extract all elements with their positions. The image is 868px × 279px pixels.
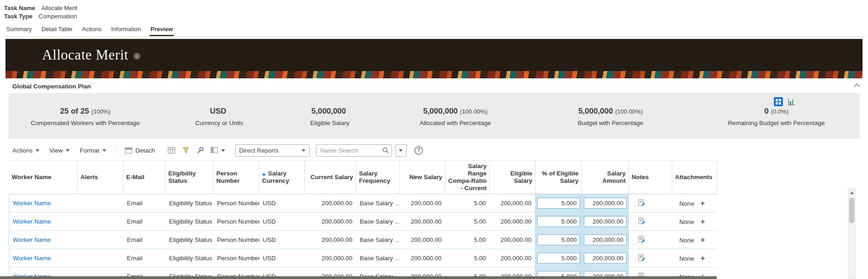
- collapse-chevron-icon[interactable]: [854, 83, 860, 89]
- vertical-scrollbar[interactable]: [848, 188, 856, 279]
- detach-icon: [125, 148, 132, 153]
- search-icon[interactable]: [382, 147, 389, 155]
- table-row[interactable]: Worker Name Email Eligibility Status Per…: [9, 213, 717, 231]
- stat-value: 25 of 25: [60, 107, 89, 115]
- info-icon[interactable]: i: [134, 53, 140, 60]
- worker-name-link[interactable]: Worker Name: [13, 200, 51, 207]
- salary-currency-cell: USD: [259, 213, 305, 231]
- pct-of-eligible-input[interactable]: [537, 197, 580, 209]
- stat-value: 0: [764, 107, 768, 115]
- salary-amount-input[interactable]: [584, 216, 627, 227]
- toolbar-divider: [116, 146, 117, 154]
- worker-name-link[interactable]: Worker Name: [13, 218, 51, 225]
- export-icon[interactable]: [168, 147, 176, 154]
- table-row[interactable]: Worker Name Email Eligibility Status Per…: [9, 194, 717, 213]
- tab-detail-table[interactable]: Detail Table: [41, 24, 74, 36]
- column-header-current-salary[interactable]: Current Salary: [305, 161, 356, 194]
- column-header-worker-name[interactable]: Worker Name: [9, 161, 78, 194]
- salary-frequency-cell: Base Salary …: [356, 249, 400, 268]
- new-salary-cell: 200,000.00: [400, 213, 445, 231]
- column-header-salary-currency[interactable]: Salary Currency: [259, 161, 305, 194]
- horizontal-scrollbar-thumb[interactable]: [0, 276, 717, 279]
- add-attachment-icon[interactable]: +: [701, 235, 705, 244]
- actions-menu[interactable]: Actions: [12, 147, 39, 154]
- attachments-value: None: [680, 237, 694, 244]
- column-header-attachments[interactable]: Attachments: [672, 161, 717, 194]
- sort-ascending-icon[interactable]: [262, 173, 266, 175]
- filter-icon[interactable]: [182, 147, 190, 154]
- population-filter-value: Direct Reports: [239, 147, 279, 154]
- detach-button[interactable]: Detach: [125, 147, 155, 154]
- column-header-salary-amount[interactable]: Salary Amount: [582, 161, 629, 194]
- tab-information[interactable]: Information: [110, 24, 142, 36]
- eligible-salary-cell: 200,000.00: [490, 231, 536, 249]
- notes-cell: [629, 249, 672, 268]
- stat-value: USD: [210, 107, 226, 115]
- column-header-email[interactable]: E-Mail: [123, 161, 166, 194]
- stat-label: Remaining Budget with Percentage: [693, 120, 859, 126]
- toolbar-icon-group: [168, 147, 225, 154]
- stat-allocated: 5,000,000(100.00%) Allocated with Percen…: [383, 107, 527, 139]
- salary-amount-input[interactable]: [584, 234, 627, 246]
- freeze-columns-button[interactable]: [211, 147, 225, 153]
- scroll-up-button[interactable]: [848, 189, 855, 197]
- notes-icon[interactable]: [638, 199, 645, 206]
- tab-actions[interactable]: Actions: [81, 24, 102, 36]
- saved-search-dropdown-button[interactable]: [395, 144, 407, 157]
- column-header-compa-ratio[interactable]: Salary Range Compa-Ratio - Current: [445, 161, 490, 194]
- search-input[interactable]: [316, 144, 392, 157]
- tab-preview[interactable]: Preview: [150, 24, 174, 36]
- column-header-new-salary[interactable]: New Salary: [400, 161, 445, 194]
- stat-label: Allocated with Percentage: [383, 120, 527, 126]
- column-header-salary-frequency[interactable]: Salary Frequency: [356, 161, 400, 194]
- worker-name-link[interactable]: Worker Name: [13, 236, 51, 243]
- add-attachment-icon[interactable]: +: [701, 199, 705, 208]
- worker-name-link[interactable]: Worker Name: [13, 255, 51, 262]
- task-type-row: Task Type Compensation: [4, 12, 868, 20]
- table-row[interactable]: Worker Name Email Eligibility Status Per…: [9, 231, 717, 249]
- population-filter-select[interactable]: Direct Reports: [235, 144, 310, 157]
- plan-banner: Allocate Merit i: [5, 39, 863, 78]
- pct-of-eligible-cell: [536, 231, 582, 249]
- banner-decoration: [5, 71, 863, 78]
- current-salary-cell: 200,000.00: [305, 249, 356, 268]
- column-header-alerts[interactable]: Alerts: [78, 161, 123, 194]
- pct-of-eligible-input[interactable]: [537, 234, 580, 246]
- arrow-up-icon: [850, 191, 854, 194]
- notes-icon[interactable]: [638, 217, 645, 224]
- help-icon[interactable]: ?: [414, 146, 423, 155]
- table-header-row: Worker Name Alerts E-Mail Eligibility St…: [9, 161, 717, 194]
- notes-icon[interactable]: [638, 235, 645, 243]
- column-header-person-number[interactable]: Person Number: [214, 161, 259, 194]
- format-menu[interactable]: Format: [80, 147, 106, 154]
- table-toolbar: Actions View Format Detach: [12, 143, 868, 157]
- view-menu[interactable]: View: [49, 147, 70, 154]
- table-row[interactable]: Worker Name Email Eligibility Status Per…: [9, 249, 717, 268]
- add-attachment-icon[interactable]: +: [701, 254, 705, 263]
- column-header-eligibility-status[interactable]: Eligibility Status: [166, 161, 214, 194]
- column-header-pct-of-eligible[interactable]: % of Eligible Salary: [536, 161, 582, 194]
- chevron-down-icon: [302, 149, 305, 152]
- vertical-scrollbar-thumb[interactable]: [849, 197, 854, 223]
- pct-of-eligible-input[interactable]: [537, 216, 580, 227]
- eligible-salary-cell: 200,000.00: [490, 194, 536, 213]
- summary-grid-view-button[interactable]: [774, 97, 783, 106]
- alerts-cell: [78, 194, 123, 213]
- add-attachment-icon[interactable]: +: [701, 217, 705, 226]
- tab-summary[interactable]: Summary: [5, 24, 33, 36]
- salary-amount-input[interactable]: [584, 197, 627, 209]
- plan-section-header: Global Compensation Plan: [12, 82, 859, 91]
- task-type-label: Task Type: [4, 13, 32, 20]
- chart-view-button[interactable]: [787, 97, 796, 106]
- workers-table: Worker Name Alerts E-Mail Eligibility St…: [9, 160, 717, 279]
- chevron-down-icon: [36, 149, 39, 152]
- pct-of-eligible-input[interactable]: [537, 252, 580, 264]
- chevron-down-icon: [102, 149, 106, 152]
- person-number-cell: Person Number: [214, 194, 259, 213]
- notes-icon[interactable]: [638, 254, 645, 261]
- wrench-icon[interactable]: [197, 147, 204, 154]
- salary-currency-cell: USD: [259, 194, 305, 213]
- column-header-eligible-salary[interactable]: Eligible Salary: [490, 161, 536, 194]
- column-header-notes[interactable]: Notes: [629, 161, 672, 194]
- salary-amount-input[interactable]: [584, 252, 627, 264]
